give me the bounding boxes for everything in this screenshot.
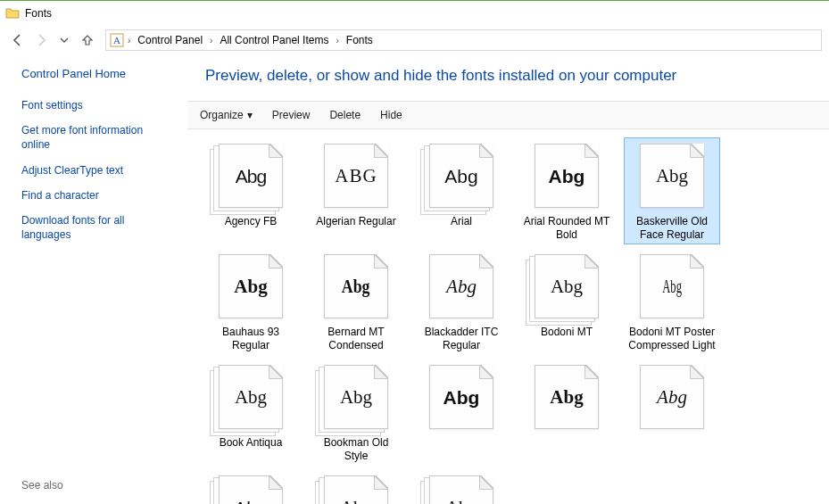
font-preview-icon: Abg xyxy=(629,140,715,211)
delete-button[interactable]: Delete xyxy=(327,105,362,125)
font-sample-text: Abg xyxy=(662,277,682,296)
font-item[interactable]: AbgAgency FB xyxy=(203,138,298,244)
folder-icon xyxy=(5,6,20,21)
nav-bar: A › Control Panel › All Control Panel It… xyxy=(0,26,829,54)
font-preview-icon: Abg xyxy=(208,140,294,211)
chevron-down-icon: ▾ xyxy=(247,109,253,121)
font-sample-text: Abg xyxy=(234,277,267,296)
font-sample-text: Abg xyxy=(236,167,266,186)
font-sample-text: Abg xyxy=(444,388,480,407)
font-item[interactable]: AbgBook Antiqua xyxy=(203,359,298,465)
address-bar[interactable]: A › Control Panel › All Control Panel It… xyxy=(105,29,822,51)
sidebar-link-more-info[interactable]: Get more font information online xyxy=(21,123,171,152)
font-item[interactable]: Abg xyxy=(519,359,614,465)
chevron-right-icon[interactable]: › xyxy=(128,36,130,45)
font-preview-icon: Abg xyxy=(313,251,399,322)
font-item[interactable]: AbgBookman Old Style xyxy=(309,359,403,465)
font-sample-text: Abg xyxy=(445,499,477,505)
font-item[interactable]: Abg xyxy=(309,470,403,504)
font-label: Bauhaus 93 Regular xyxy=(205,326,296,352)
toolbar: Organize ▾ Preview Delete Hide xyxy=(187,101,829,129)
font-label: Algerian Regular xyxy=(311,215,402,228)
font-preview-icon: Abg xyxy=(524,251,609,322)
font-item[interactable]: AbgBernard MT Condensed xyxy=(309,249,403,354)
font-label: Book Antiqua xyxy=(205,436,296,450)
font-label: Baskerville Old Face Regular xyxy=(626,215,717,242)
sidebar-link-font-settings[interactable]: Font settings xyxy=(21,98,171,112)
font-item[interactable]: Abg xyxy=(414,359,509,465)
font-label: Bodoni MT Poster Compressed Light xyxy=(626,326,717,352)
font-preview-icon: Abg xyxy=(419,472,504,504)
font-item[interactable]: AbgArial xyxy=(414,138,509,244)
forward-button xyxy=(30,29,52,51)
chevron-right-icon[interactable]: › xyxy=(336,36,338,45)
font-preview-icon: Abg xyxy=(419,140,504,211)
breadcrumb-item[interactable]: All Control Panel Items xyxy=(216,30,332,50)
sidebar-link-download-fonts[interactable]: Download fonts for all languages xyxy=(21,213,171,242)
font-label: Arial Rounded MT Bold xyxy=(521,215,612,242)
font-label: Bookman Old Style xyxy=(311,436,402,463)
see-also-heading: See also xyxy=(21,479,63,492)
font-preview-icon: Abg xyxy=(524,361,609,433)
font-preview-icon: Abg xyxy=(208,472,294,504)
font-item[interactable]: AbgBauhaus 93 Regular xyxy=(203,249,298,354)
window-title: Fonts xyxy=(25,7,52,20)
back-button[interactable] xyxy=(7,29,29,51)
font-sample-text: Abg xyxy=(550,388,583,407)
up-button[interactable] xyxy=(77,29,98,51)
recent-locations-dropdown[interactable] xyxy=(54,29,75,51)
hide-button[interactable]: Hide xyxy=(378,105,404,125)
breadcrumb-item[interactable]: Control Panel xyxy=(134,30,206,50)
font-preview-icon: Abg xyxy=(629,251,715,322)
font-item[interactable]: ABGAlgerian Regular xyxy=(309,138,403,244)
font-sample-text: Abg xyxy=(234,499,267,505)
font-preview-icon: Abg xyxy=(524,140,609,211)
font-sample-text: Abg xyxy=(444,167,477,186)
font-label: Agency FB xyxy=(205,215,296,228)
fonts-icon: A xyxy=(110,33,124,47)
organize-label: Organize xyxy=(200,109,244,121)
font-sample-text: ABG xyxy=(335,167,377,186)
sidebar-link-cleartype[interactable]: Adjust ClearType text xyxy=(21,163,171,178)
font-label: Bodoni MT xyxy=(521,326,612,339)
font-item[interactable]: AbgBlackadder ITC Regular xyxy=(414,249,509,354)
sidebar: Control Panel Home Font settings Get mor… xyxy=(0,54,187,504)
svg-text:A: A xyxy=(113,35,120,45)
font-sample-text: Abg xyxy=(342,277,370,296)
chevron-right-icon[interactable]: › xyxy=(210,36,212,45)
preview-button[interactable]: Preview xyxy=(270,105,312,125)
breadcrumb-item[interactable]: Fonts xyxy=(343,30,377,50)
font-sample-text: Abg xyxy=(340,388,372,407)
font-sample-text: Abg xyxy=(235,388,267,407)
font-sample-text: Abg xyxy=(549,167,585,186)
font-item[interactable]: AbgArial Rounded MT Bold xyxy=(519,138,614,244)
control-panel-home-link[interactable]: Control Panel Home xyxy=(21,67,171,80)
font-item[interactable]: AbgBodoni MT xyxy=(519,249,614,354)
font-label: Bernard MT Condensed xyxy=(311,326,402,352)
font-sample-text: Abg xyxy=(340,499,372,505)
font-sample-text: Abg xyxy=(657,388,687,407)
font-preview-icon: Abg xyxy=(313,472,399,504)
font-label: Arial xyxy=(416,215,507,228)
font-preview-icon: Abg xyxy=(208,361,294,433)
font-sample-text: Abg xyxy=(656,167,688,186)
font-sample-text: Abg xyxy=(551,277,583,296)
title-bar: Fonts xyxy=(0,1,829,26)
font-preview-icon: Abg xyxy=(313,361,399,433)
font-item[interactable]: AbgBaskerville Old Face Regular xyxy=(625,138,719,244)
sidebar-link-find-character[interactable]: Find a character xyxy=(21,188,171,202)
main-panel: Preview, delete, or show and hide the fo… xyxy=(187,54,829,504)
font-item[interactable]: AbgBodoni MT Poster Compressed Light xyxy=(625,249,719,354)
font-grid[interactable]: AbgAgency FBABGAlgerian RegularAbgArialA… xyxy=(187,129,829,504)
font-preview-icon: Abg xyxy=(208,251,294,322)
font-item[interactable]: Abg xyxy=(203,470,298,504)
font-label: Blackadder ITC Regular xyxy=(416,326,507,352)
organize-menu[interactable]: Organize ▾ xyxy=(198,105,254,125)
font-preview-icon: Abg xyxy=(419,251,504,322)
font-item[interactable]: Abg xyxy=(414,470,509,504)
font-item[interactable]: Abg xyxy=(625,359,719,465)
font-preview-icon: ABG xyxy=(313,140,399,211)
font-sample-text: Abg xyxy=(446,277,477,296)
font-preview-icon: Abg xyxy=(419,361,504,433)
font-preview-icon: Abg xyxy=(629,361,715,433)
